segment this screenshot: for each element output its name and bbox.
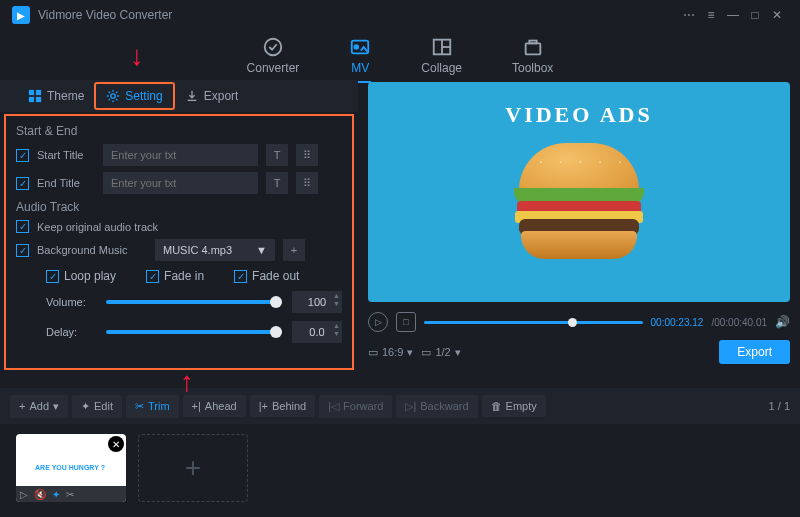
trim-icon[interactable]: ✂ [66, 489, 74, 500]
current-time: 00:00:23.12 [651, 317, 704, 328]
effects-icon[interactable]: ✦ [52, 489, 60, 500]
volume-icon[interactable]: 🔊 [775, 315, 790, 329]
start-title-row: ✓ Start Title T ⠿ [16, 144, 342, 166]
end-title-checkbox[interactable]: ✓ [16, 177, 29, 190]
titlebar: ▶ Vidmore Video Converter ⋯ ≡ — □ ✕ [0, 0, 800, 30]
tab-label: Converter [247, 61, 300, 75]
forward-button[interactable]: |◁ Forward [319, 395, 392, 418]
fadeout-checkbox[interactable]: ✓ [234, 270, 247, 283]
slider-thumb[interactable] [270, 326, 282, 338]
export-button[interactable]: Export [719, 340, 790, 364]
close-button[interactable]: ✕ [766, 4, 788, 26]
progress-slider[interactable] [424, 321, 643, 324]
start-title-label: Start Title [37, 149, 95, 161]
subtab-setting[interactable]: Setting [94, 82, 174, 110]
delay-spinner[interactable]: ▲▼ [333, 322, 340, 338]
backward-button[interactable]: ▷| Backward [396, 395, 477, 418]
maximize-button[interactable]: □ [744, 4, 766, 26]
subtab-theme[interactable]: Theme [18, 84, 94, 108]
text-style-button[interactable]: T [266, 172, 288, 194]
loop-checkbox[interactable]: ✓ [46, 270, 59, 283]
delay-value[interactable]: 0.0 ▲▼ [292, 321, 342, 343]
section-start-end: Start & End [16, 124, 342, 138]
subtab-export[interactable]: Export [175, 84, 249, 108]
svg-rect-8 [29, 90, 34, 95]
annotation-arrow-down: ↓ [130, 40, 144, 72]
end-title-input[interactable] [103, 172, 258, 194]
tab-label: MV [351, 61, 369, 75]
keep-audio-checkbox[interactable]: ✓ [16, 220, 29, 233]
fadein-option: ✓ Fade in [146, 269, 204, 283]
slider-thumb[interactable] [270, 296, 282, 308]
tab-collage[interactable]: Collage [421, 36, 462, 75]
control-bar: ▭ 16:9 ▾ ▭ 1/2 ▾ Export [368, 340, 790, 364]
total-time: /00:00:40.01 [711, 317, 767, 328]
fadein-label: Fade in [164, 269, 204, 283]
remove-clip-button[interactable]: ✕ [108, 436, 124, 452]
expand-button[interactable]: ⠿ [296, 144, 318, 166]
start-title-checkbox[interactable]: ✓ [16, 149, 29, 162]
text-style-button[interactable]: T [266, 144, 288, 166]
svg-rect-7 [529, 40, 536, 43]
volume-value[interactable]: 100 ▲▼ [292, 291, 342, 313]
feedback-icon[interactable]: ⋯ [678, 4, 700, 26]
svg-point-12 [111, 94, 115, 98]
tab-toolbox[interactable]: Toolbox [512, 36, 553, 75]
svg-point-0 [265, 38, 282, 55]
keep-audio-row: ✓ Keep original audio track [16, 220, 342, 233]
video-preview[interactable]: VIDEO ADS [368, 82, 790, 302]
tab-converter[interactable]: Converter [247, 36, 300, 75]
minimize-button[interactable]: — [722, 4, 744, 26]
subtab-label: Export [204, 89, 239, 103]
fadein-checkbox[interactable]: ✓ [146, 270, 159, 283]
menu-icon[interactable]: ≡ [700, 4, 722, 26]
expand-button[interactable]: ⠿ [296, 172, 318, 194]
clip-thumbnail[interactable]: ARE YOU HUNGRY ? ✕ ▷ 🔇 ✦ ✂ [16, 434, 126, 502]
section-audio: Audio Track [16, 200, 342, 214]
stop-button[interactable]: □ [396, 312, 416, 332]
volume-slider[interactable] [106, 300, 282, 304]
fadeout-option: ✓ Fade out [234, 269, 299, 283]
delay-slider[interactable] [106, 330, 282, 334]
preview-title-text: VIDEO ADS [505, 102, 652, 128]
add-music-button[interactable]: + [283, 239, 305, 261]
left-panel: Theme Setting Export Start & End ✓ Start… [0, 80, 358, 380]
main-area: Theme Setting Export Start & End ✓ Start… [0, 80, 800, 380]
play-icon[interactable]: ▷ [20, 489, 28, 500]
fadeout-label: Fade out [252, 269, 299, 283]
play-button[interactable]: ▷ [368, 312, 388, 332]
start-title-input[interactable] [103, 144, 258, 166]
empty-button[interactable]: 🗑 Empty [482, 395, 546, 417]
playback-bar: ▷ □ 00:00:23.12/00:00:40.01 🔊 [368, 310, 790, 334]
behind-button[interactable]: |+ Behind [250, 395, 316, 417]
zoom-dropdown[interactable]: ▭ 1/2 ▾ [421, 346, 460, 359]
chevron-down-icon: ▼ [256, 244, 267, 256]
bg-music-checkbox[interactable]: ✓ [16, 244, 29, 257]
trim-button[interactable]: ✂ Trim [126, 395, 179, 418]
music-select[interactable]: MUSIC 4.mp3 ▼ [155, 239, 275, 261]
ahead-button[interactable]: +| Ahead [183, 395, 246, 417]
add-clip-button[interactable]: + [138, 434, 248, 502]
settings-panel: Start & End ✓ Start Title T ⠿ ✓ End Titl… [4, 114, 354, 370]
volume-spinner[interactable]: ▲▼ [333, 292, 340, 308]
tab-label: Collage [421, 61, 462, 75]
svg-rect-11 [36, 97, 41, 102]
svg-rect-9 [36, 90, 41, 95]
tab-label: Toolbox [512, 61, 553, 75]
delay-label: Delay: [46, 326, 96, 338]
thumbnail-strip: ARE YOU HUNGRY ? ✕ ▷ 🔇 ✦ ✂ + [0, 424, 800, 512]
edit-button[interactable]: ✦ Edit [72, 395, 122, 418]
aspect-dropdown[interactable]: ▭ 16:9 ▾ [368, 346, 413, 359]
thumb-text: ARE YOU HUNGRY ? [35, 464, 105, 471]
page-count: 1 / 1 [769, 400, 790, 412]
music-select-value: MUSIC 4.mp3 [163, 244, 232, 256]
annotation-arrow-up: ↑ [180, 366, 194, 398]
end-title-label: End Title [37, 177, 95, 189]
mute-icon[interactable]: 🔇 [34, 489, 46, 500]
add-button[interactable]: + Add ▾ [10, 395, 68, 418]
delay-row: Delay: 0.0 ▲▼ [46, 321, 342, 343]
subtab-label: Setting [125, 89, 162, 103]
bg-music-label: Background Music [37, 244, 147, 256]
svg-point-2 [355, 45, 359, 49]
tab-mv[interactable]: MV [349, 36, 371, 75]
